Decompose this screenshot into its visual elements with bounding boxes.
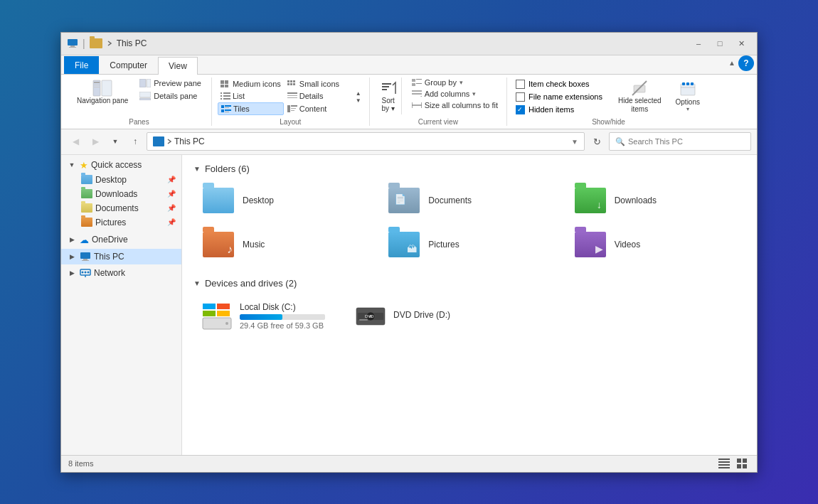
size-columns-icon	[412, 102, 422, 109]
folders-header-label: Folders (6)	[205, 163, 250, 174]
file-name-ext-checkbox[interactable]	[516, 92, 525, 102]
tile-music[interactable]: ♪ Music	[193, 225, 373, 264]
path-dropdown-arrow[interactable]: ▼	[571, 138, 578, 146]
ribbon-collapse-icon[interactable]: ▲	[728, 59, 735, 67]
path-icon	[153, 136, 164, 146]
tile-pictures[interactable]: 🏔 Pictures	[379, 225, 559, 264]
path-text: This PC	[174, 136, 568, 146]
hidden-items-checkbox[interactable]: ✓	[516, 105, 525, 114]
details-pane-button[interactable]: Details pane	[135, 90, 206, 102]
tile-documents[interactable]: 📄 Documents	[379, 181, 559, 220]
title-separator: |	[83, 38, 85, 49]
local-disk-icon	[201, 301, 233, 332]
title-folder-icon	[90, 38, 102, 48]
layout-content[interactable]: Content	[285, 102, 351, 115]
tile-videos[interactable]: ▶ Videos	[565, 225, 745, 264]
showhide-checkboxes: Item check boxes File name extensions ✓ …	[513, 77, 605, 117]
add-columns-button[interactable]: + Add columns ▾	[409, 89, 501, 99]
svg-rect-86	[743, 459, 747, 463]
dvd-name: DVD Drive (D:)	[393, 310, 482, 320]
sort-by-button[interactable]: Sortby ▾	[376, 77, 402, 114]
navigation-pane-button[interactable]: Navigation pane	[73, 77, 132, 107]
maximize-button[interactable]: □	[710, 36, 730, 51]
music-folder-large-icon: ♪	[203, 232, 234, 257]
layout-scroll-up[interactable]: ▲	[354, 90, 363, 97]
sidebar-pictures[interactable]: Pictures 📌	[61, 215, 181, 230]
back-button[interactable]: ◀	[67, 133, 84, 150]
nav-pane-label: Navigation pane	[77, 97, 128, 105]
svg-rect-79	[359, 319, 368, 321]
tab-computer[interactable]: Computer	[99, 56, 158, 74]
help-button[interactable]: ?	[738, 55, 754, 71]
options-button[interactable]: Options ▾	[671, 79, 704, 114]
svg-rect-46	[412, 83, 415, 86]
sidebar-network[interactable]: ▶ Network	[61, 266, 181, 280]
panes-group-label: Panes	[73, 117, 206, 126]
content-icon	[287, 105, 297, 112]
size-columns-button[interactable]: Size all columns to fit	[409, 100, 501, 110]
content-label: Content	[299, 104, 327, 113]
svg-rect-6	[94, 85, 100, 85]
expand-network-icon: ▶	[67, 268, 77, 278]
sidebar-this-pc[interactable]: ▶ This PC	[61, 249, 181, 264]
svg-rect-88	[743, 464, 747, 468]
layout-list[interactable]: List	[218, 90, 284, 102]
svg-rect-12	[221, 80, 224, 84]
item-checkboxes-row[interactable]: Item check boxes	[513, 79, 605, 90]
hide-options-area: Hide selecteditems Options ▾	[614, 77, 704, 116]
hide-selected-button[interactable]: Hide selecteditems	[614, 77, 666, 116]
tab-view[interactable]: View	[158, 57, 198, 75]
layout-content: Medium icons Small icons	[218, 77, 363, 117]
medium-icons-label: Medium icons	[233, 80, 281, 88]
tab-file[interactable]: File	[64, 56, 99, 74]
svg-rect-19	[287, 83, 290, 85]
svg-rect-60	[691, 82, 694, 85]
add-columns-icon: +	[412, 90, 422, 97]
svg-rect-4	[102, 80, 112, 96]
sidebar-downloads[interactable]: Downloads 📌	[61, 187, 181, 201]
address-path-bar[interactable]: This PC ▼	[147, 132, 585, 151]
folders-chevron-icon: ▼	[193, 165, 201, 173]
tiles-view-button[interactable]	[735, 458, 750, 469]
hidden-items-row[interactable]: ✓ Hidden items	[513, 104, 605, 115]
sidebar-quick-access[interactable]: ▼ ★ Quick access	[61, 158, 181, 173]
item-checkboxes-checkbox[interactable]	[516, 80, 525, 89]
documents-label: Documents	[95, 203, 139, 213]
desktop-label: Desktop	[95, 175, 127, 185]
up-button[interactable]: ↑	[127, 133, 144, 150]
search-bar[interactable]: 🔍	[609, 132, 751, 151]
svg-rect-9	[147, 79, 151, 87]
layout-details[interactable]: Details	[285, 90, 351, 102]
details-icon	[287, 92, 297, 100]
forward-button[interactable]: ▶	[87, 133, 104, 150]
minimize-button[interactable]: –	[689, 36, 708, 51]
svg-rect-36	[225, 112, 229, 112]
tile-downloads[interactable]: ↓ Downloads	[565, 181, 745, 220]
svg-rect-13	[225, 80, 228, 84]
main-area: ▼ ★ Quick access Desktop 📌 Downloads 📌 D…	[61, 155, 757, 455]
layout-small-icons[interactable]: Small icons	[285, 78, 351, 90]
layout-medium-icons[interactable]: Medium icons	[218, 78, 284, 90]
layout-scroll-down[interactable]: ▼	[354, 97, 363, 104]
svg-rect-17	[290, 80, 292, 82]
device-local-disk[interactable]: Local Disk (C:) 29.4 GB free of 59.3 GB	[193, 296, 336, 337]
panes-column: Preview pane Details pane	[135, 77, 206, 102]
group-by-button[interactable]: Group by ▾	[409, 77, 501, 87]
documents-folder-large-icon: 📄	[388, 188, 420, 213]
device-dvd-drive[interactable]: DVD DVD Drive (D:)	[347, 296, 489, 337]
close-button[interactable]: ✕	[731, 36, 751, 51]
svg-rect-45	[416, 79, 422, 80]
preview-pane-button[interactable]: Preview pane	[135, 77, 206, 89]
recent-locations-button[interactable]: ▼	[107, 133, 124, 150]
sidebar-onedrive[interactable]: ▶ ☁ OneDrive	[61, 232, 181, 247]
layout-tiles[interactable]: Tiles	[218, 102, 284, 115]
ribbon-group-currentview: Sortby ▾ Group by ▾	[370, 77, 507, 126]
tile-desktop[interactable]: Desktop	[193, 181, 373, 220]
refresh-button[interactable]: ↻	[588, 132, 606, 151]
file-name-ext-row[interactable]: File name extensions	[513, 92, 605, 102]
preview-pane-icon	[139, 79, 151, 87]
sidebar-desktop[interactable]: Desktop 📌	[61, 173, 181, 187]
search-input[interactable]	[628, 137, 745, 146]
sidebar-documents[interactable]: Documents 📌	[61, 201, 181, 215]
details-view-button[interactable]	[717, 458, 731, 469]
